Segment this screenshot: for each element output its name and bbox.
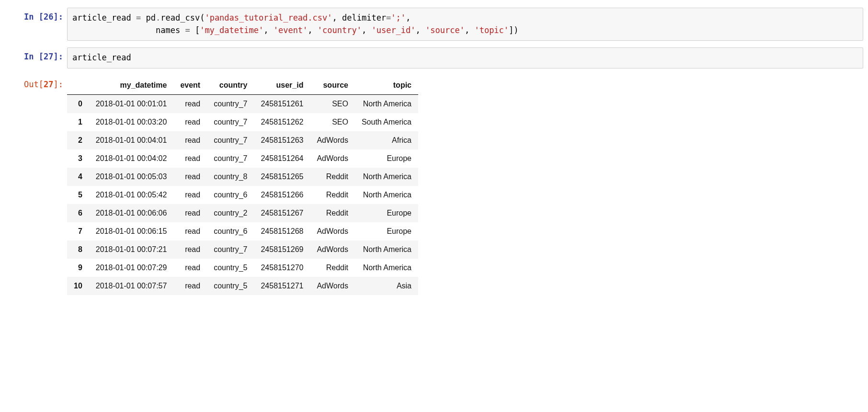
prompt-out-27: Out[27]: <box>5 75 67 91</box>
table-cell: 2458151261 <box>254 94 310 113</box>
table-row: 82018-01-01 00:07:21readcountry_72458151… <box>67 240 418 259</box>
table-cell: AdWords <box>310 149 355 168</box>
table-cell: country_6 <box>207 186 254 204</box>
table-cell: country_7 <box>207 94 254 113</box>
table-cell: Europe <box>355 149 418 168</box>
table-cell: 2458151269 <box>254 240 310 259</box>
table-index-header <box>67 76 89 95</box>
dataframe-table: my_datetimeeventcountryuser_idsourcetopi… <box>67 76 418 295</box>
table-row-index: 4 <box>67 168 89 186</box>
table-cell: SEO <box>310 113 355 131</box>
code-token: , <box>416 25 425 35</box>
table-cell: 2018-01-01 00:06:06 <box>89 204 174 222</box>
table-row: 22018-01-01 00:04:01readcountry_72458151… <box>67 131 418 149</box>
prompt-in-27: In [27]: <box>5 47 67 63</box>
code-token: article_read <box>72 53 131 62</box>
table-row: 62018-01-01 00:06:06readcountry_22458151… <box>67 204 418 222</box>
table-column-header: event <box>173 76 207 95</box>
code-token: 'event' <box>274 25 308 35</box>
table-cell: AdWords <box>310 277 355 295</box>
table-column-header: my_datetime <box>89 76 174 95</box>
prompt-number: 26 <box>44 12 53 22</box>
cell-out-27: Out[27]: my_datetimeeventcountryuser_ids… <box>5 75 863 295</box>
table-cell: Europe <box>355 222 418 240</box>
table-cell: 2018-01-01 00:05:42 <box>89 186 174 204</box>
table-row-index: 1 <box>67 113 89 131</box>
code-token: 'user_id' <box>371 25 415 35</box>
table-row: 52018-01-01 00:05:42readcountry_62458151… <box>67 186 418 204</box>
table-cell: read <box>173 168 207 186</box>
table-cell: 2018-01-01 00:03:20 <box>89 113 174 131</box>
table-column-header: country <box>207 76 254 95</box>
code-token: [ <box>190 25 200 35</box>
prompt-label: In [ <box>24 52 44 61</box>
code-token: , <box>465 25 474 35</box>
table-cell: country_6 <box>207 222 254 240</box>
table-cell: read <box>173 94 207 113</box>
code-token: names <box>72 25 185 35</box>
prompt-number: 27 <box>44 80 53 89</box>
table-row-index: 10 <box>67 277 89 295</box>
table-cell: read <box>173 204 207 222</box>
cell-in-27: In [27]: article_read <box>5 47 863 69</box>
table-cell: 2018-01-01 00:05:03 <box>89 168 174 186</box>
table-cell: 2458151267 <box>254 204 310 222</box>
table-cell: SEO <box>310 94 355 113</box>
table-row-index: 7 <box>67 222 89 240</box>
table-column-header: source <box>310 76 355 95</box>
code-input-27[interactable]: article_read <box>67 47 863 69</box>
table-cell: 2458151263 <box>254 131 310 149</box>
code-input-26[interactable]: article_read = pd.read_csv('pandas_tutor… <box>67 8 863 41</box>
table-cell: Reddit <box>310 168 355 186</box>
prompt-suffix: ]: <box>54 52 63 61</box>
code-token: = <box>136 13 141 23</box>
code-token: , <box>263 25 273 35</box>
table-header-row: my_datetimeeventcountryuser_idsourcetopi… <box>67 76 418 95</box>
table-row-index: 6 <box>67 204 89 222</box>
table-row: 72018-01-01 00:06:15readcountry_62458151… <box>67 222 418 240</box>
table-body: 02018-01-01 00:01:01readcountry_72458151… <box>67 94 418 295</box>
table-cell: read <box>173 186 207 204</box>
code-token: . <box>156 13 160 23</box>
table-cell: country_8 <box>207 168 254 186</box>
table-cell: AdWords <box>310 131 355 149</box>
table-cell: North America <box>355 168 418 186</box>
code-token: ';' <box>391 13 406 23</box>
code-token: read_csv( <box>160 13 205 23</box>
code-token: 'pandas_tutorial_read.csv' <box>205 13 332 23</box>
table-row-index: 9 <box>67 259 89 277</box>
code-token: , <box>406 13 411 23</box>
table-row: 12018-01-01 00:03:20readcountry_72458151… <box>67 113 418 131</box>
output-area-27: my_datetimeeventcountryuser_idsourcetopi… <box>67 75 863 295</box>
table-cell: Europe <box>355 204 418 222</box>
table-cell: read <box>173 259 207 277</box>
table-row: 32018-01-01 00:04:02readcountry_72458151… <box>67 149 418 168</box>
table-row: 102018-01-01 00:07:57readcountry_5245815… <box>67 277 418 295</box>
table-cell: AdWords <box>310 222 355 240</box>
table-column-header: user_id <box>254 76 310 95</box>
code-token: ]) <box>509 25 518 35</box>
table-cell: 2018-01-01 00:04:01 <box>89 131 174 149</box>
table-row-index: 5 <box>67 186 89 204</box>
table-cell: 2458151265 <box>254 168 310 186</box>
table-cell: country_2 <box>207 204 254 222</box>
code-token: , <box>362 25 371 35</box>
code-token: pd <box>141 13 156 23</box>
table-row-index: 2 <box>67 131 89 149</box>
table-cell: 2458151268 <box>254 222 310 240</box>
code-token: , <box>308 25 317 35</box>
table-cell: 2458151266 <box>254 186 310 204</box>
table-cell: 2018-01-01 00:07:57 <box>89 277 174 295</box>
prompt-number: 27 <box>44 52 53 61</box>
table-cell: country_7 <box>207 240 254 259</box>
table-cell: read <box>173 277 207 295</box>
table-cell: read <box>173 240 207 259</box>
table-cell: North America <box>355 240 418 259</box>
table-cell: Reddit <box>310 259 355 277</box>
table-cell: 2458151264 <box>254 149 310 168</box>
table-cell: 2018-01-01 00:04:02 <box>89 149 174 168</box>
table-cell: read <box>173 222 207 240</box>
code-token: article_read <box>72 13 136 23</box>
table-cell: country_7 <box>207 149 254 168</box>
table-cell: 2458151270 <box>254 259 310 277</box>
